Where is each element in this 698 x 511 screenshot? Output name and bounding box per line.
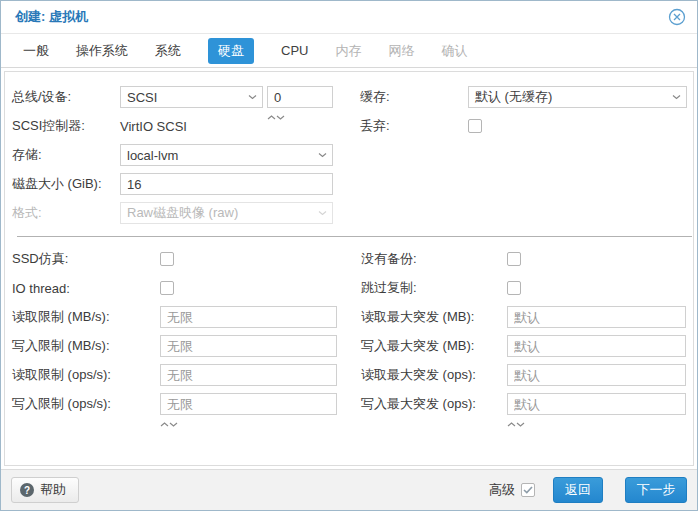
tab-memory: 内存	[335, 42, 361, 60]
disk-form-panel: 总线/设备: SCSI 缓存: 默认 (无缓存)	[4, 71, 694, 466]
read-burst-mb-input[interactable]	[507, 306, 686, 328]
bus-device-label: 总线/设备:	[12, 86, 120, 108]
help-icon: ?	[20, 483, 34, 497]
write-burst-ops-input[interactable]	[507, 393, 686, 415]
storage-label: 存储:	[12, 144, 120, 166]
title-bar: 创建: 虚拟机	[1, 1, 697, 34]
write-burst-ops-label: 写入最大突发 (ops):	[361, 393, 507, 415]
read-burst-mb-label: 读取最大突发 (MB):	[361, 306, 507, 328]
scsi-controller-label: SCSI控制器:	[12, 115, 120, 137]
tab-os[interactable]: 操作系统	[76, 42, 128, 60]
bus-device-value: SCSI	[127, 90, 157, 105]
write-limit-mb-input[interactable]	[160, 335, 337, 357]
skip-replication-label: 跳过复制:	[361, 277, 507, 299]
io-thread-label: IO thread:	[12, 277, 160, 299]
tab-cpu[interactable]: CPU	[281, 43, 308, 58]
storage-combo[interactable]: local-lvm	[120, 144, 333, 166]
tab-confirm: 确认	[441, 42, 467, 60]
read-limit-ops-label: 读取限制 (ops/s):	[12, 364, 160, 386]
discard-checkbox[interactable]	[468, 119, 482, 133]
advanced-label: 高级	[489, 481, 515, 499]
bus-device-combo[interactable]: SCSI	[120, 86, 263, 108]
scsi-controller-value: VirtIO SCSI	[120, 115, 333, 137]
help-button[interactable]: ? 帮助	[11, 477, 79, 503]
back-button[interactable]: 返回	[553, 477, 603, 503]
spinner-arrows-icon[interactable]	[160, 415, 178, 430]
chevron-down-icon	[318, 211, 327, 216]
section-divider	[17, 236, 692, 237]
no-backup-label: 没有备份:	[361, 248, 507, 270]
help-button-label: 帮助	[40, 481, 66, 499]
disk-size-input[interactable]	[120, 173, 333, 195]
footer-bar: ? 帮助 高级 返回 下一步	[1, 469, 697, 510]
no-backup-checkbox[interactable]	[507, 252, 521, 266]
read-limit-ops-input[interactable]	[160, 364, 337, 386]
advanced-checkbox[interactable]	[521, 483, 535, 497]
format-combo: Raw磁盘映像 (raw)	[120, 202, 333, 224]
spinner-arrows-icon[interactable]	[267, 108, 285, 123]
read-limit-mb-input[interactable]	[160, 306, 337, 328]
write-limit-ops-label: 写入限制 (ops/s):	[12, 393, 160, 415]
disk-size-label: 磁盘大小 (GiB):	[12, 173, 120, 195]
format-label: 格式:	[12, 202, 120, 224]
cache-label: 缓存:	[360, 86, 468, 108]
storage-value: local-lvm	[127, 148, 178, 163]
skip-replication-checkbox[interactable]	[507, 281, 521, 295]
check-icon	[523, 486, 533, 494]
read-burst-ops-label: 读取最大突发 (ops):	[361, 364, 507, 386]
dialog-title: 创建: 虚拟机	[15, 8, 667, 26]
tab-network: 网络	[388, 42, 414, 60]
dialog-body: 总线/设备: SCSI 缓存: 默认 (无缓存)	[1, 68, 697, 469]
read-limit-mb-label: 读取限制 (MB/s):	[12, 306, 160, 328]
write-limit-ops-input[interactable]	[160, 393, 337, 415]
tab-bar: 一般 操作系统 系统 硬盘 CPU 内存 网络 确认	[1, 34, 697, 68]
chevron-down-icon	[672, 95, 681, 100]
next-button[interactable]: 下一步	[625, 477, 687, 503]
ssd-emulation-checkbox[interactable]	[160, 252, 174, 266]
tab-general[interactable]: 一般	[23, 42, 49, 60]
discard-label: 丢弃:	[360, 115, 468, 137]
spinner-arrows-icon[interactable]	[507, 415, 525, 430]
write-burst-mb-label: 写入最大突发 (MB):	[361, 335, 507, 357]
io-thread-checkbox[interactable]	[160, 281, 174, 295]
tab-system[interactable]: 系统	[155, 42, 181, 60]
cache-combo[interactable]: 默认 (无缓存)	[468, 86, 687, 108]
format-value: Raw磁盘映像 (raw)	[127, 204, 238, 222]
create-vm-dialog: 创建: 虚拟机 一般 操作系统 系统 硬盘 CPU 内存 网络 确认 总线/设备…	[0, 0, 698, 511]
bus-device-number-input[interactable]	[267, 86, 333, 108]
read-burst-ops-input[interactable]	[507, 364, 686, 386]
close-icon[interactable]	[667, 7, 687, 27]
write-burst-mb-input[interactable]	[507, 335, 686, 357]
chevron-down-icon	[318, 153, 327, 158]
write-limit-mb-label: 写入限制 (MB/s):	[12, 335, 160, 357]
cache-value: 默认 (无缓存)	[475, 88, 552, 106]
tab-harddisk[interactable]: 硬盘	[208, 38, 254, 64]
chevron-down-icon	[248, 95, 257, 100]
ssd-emulation-label: SSD仿真:	[12, 248, 160, 270]
